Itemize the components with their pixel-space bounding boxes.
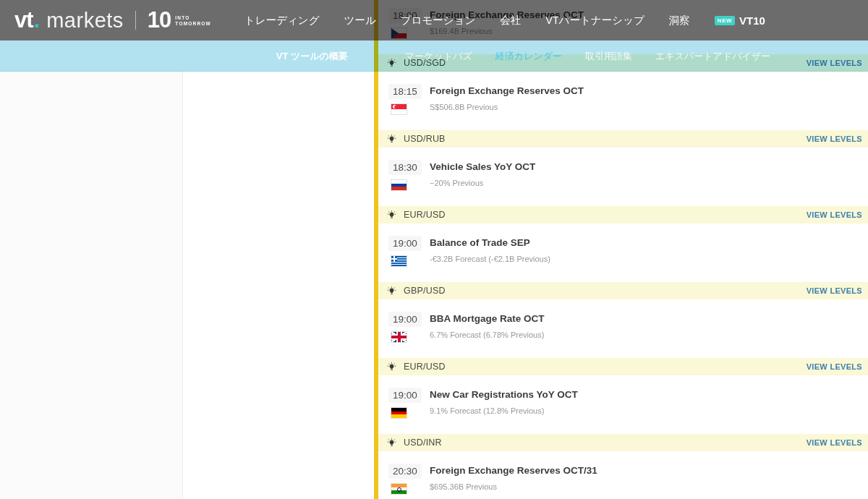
nav-item-insights[interactable]: 洞察: [669, 14, 690, 27]
tools-overview-label[interactable]: VT ツールの概要: [0, 40, 374, 72]
country-flag: [391, 104, 407, 114]
menu-left-pane: [0, 72, 183, 499]
nav-item-tools[interactable]: ツール: [344, 14, 376, 27]
view-levels-link[interactable]: VIEW LEVELS: [807, 135, 862, 143]
view-levels-link[interactable]: VIEW LEVELS: [807, 286, 862, 295]
event-pair-header: EUR/USD VIEW LEVELS: [378, 206, 868, 223]
event-detail: 9.1% Forecast (12.8% Previous): [430, 406, 578, 415]
country-flag: [391, 256, 407, 266]
view-levels-link[interactable]: VIEW LEVELS: [807, 438, 862, 447]
event-detail: S$506.8B Previous: [430, 103, 584, 111]
event-block: EUR/USD VIEW LEVELS 19:00 Balance of Tra…: [378, 206, 868, 278]
event-block: EUR/USD VIEW LEVELS 19:00 New Car Regist…: [378, 358, 868, 430]
topbar: vt. markets 10 INTO TOMORROW トレーディング ツール…: [0, 0, 868, 40]
event-title: Foreign Exchange Reserves OCT/31: [430, 465, 597, 476]
economic-calendar-widget: VIEW LEVELS 18:00 Foreign Exchange Reser…: [374, 0, 868, 499]
event-block: USD/INR VIEW LEVELS 20:30 Foreign Exchan…: [378, 434, 868, 499]
event-title: Vehicle Sales YoY OCT: [430, 161, 535, 172]
tab-expert-advisors[interactable]: エキスパートアドバイザー: [655, 50, 770, 63]
event-detail: −20% Previous: [430, 179, 535, 187]
vt10-label: VT10: [739, 14, 765, 27]
event-detail: $695.36B Previous: [430, 482, 597, 491]
lightbulb-icon: [387, 438, 396, 448]
event-pair-header: GBP/USD VIEW LEVELS: [378, 282, 868, 299]
country-flag: [391, 180, 407, 190]
event-row[interactable]: 18:30 Vehicle Sales YoY OCT −20% Previou…: [378, 148, 868, 202]
event-title: Foreign Exchange Reserves OCT: [430, 85, 584, 96]
logo-into-tomorrow: INTO TOMORROW: [175, 15, 211, 27]
event-block: USD/RUB VIEW LEVELS 18:30 Vehicle Sales …: [378, 130, 868, 202]
view-levels-link[interactable]: VIEW LEVELS: [807, 362, 862, 371]
view-levels-link[interactable]: VIEW LEVELS: [807, 210, 862, 219]
event-row[interactable]: 19:00 BBA Mortgage Rate OCT 6.7% Forecas…: [378, 299, 868, 354]
event-title: BBA Mortgage Rate OCT: [430, 313, 545, 324]
nav-item-company[interactable]: 会社: [500, 14, 521, 27]
pair-label: USD/INR: [404, 438, 442, 448]
lightbulb-icon: [387, 134, 396, 145]
nav-item-trading[interactable]: トレーディング: [244, 14, 320, 27]
event-time: 19:00: [388, 388, 422, 403]
nav-item-partnership[interactable]: VTパートナーシップ: [545, 14, 644, 27]
pair-label: EUR/USD: [404, 362, 446, 372]
country-flag: [391, 484, 407, 494]
event-pair-header: EUR/USD VIEW LEVELS: [378, 358, 868, 375]
logo-markets-text: markets: [46, 9, 124, 33]
nav-item-vt10[interactable]: NEW VT10: [715, 14, 765, 27]
pair-label: GBP/USD: [404, 286, 446, 296]
lightbulb-icon: [387, 362, 396, 372]
lightbulb-icon: [387, 286, 396, 297]
tools-tabs: マーケットバズ 経済カレンダー 取引用語集 エキスパートアドバイザー: [374, 40, 770, 72]
event-row[interactable]: 20:30 Foreign Exchange Reserves OCT/31 $…: [378, 451, 868, 499]
event-row[interactable]: 18:15 Foreign Exchange Reserves OCT S$50…: [378, 72, 868, 127]
event-time: 19:00: [388, 312, 422, 327]
logo-vt-text: vt: [14, 7, 33, 33]
event-time: 19:00: [388, 236, 422, 251]
event-row[interactable]: 19:00 Balance of Trade SEP -€3.2B Foreca…: [378, 223, 868, 278]
event-time: 20:30: [388, 464, 422, 479]
new-badge: NEW: [715, 16, 735, 25]
event-title: Balance of Trade SEP: [430, 237, 550, 248]
event-time: 18:15: [388, 84, 422, 99]
lightbulb-icon: [387, 210, 396, 221]
tab-trading-glossary[interactable]: 取引用語集: [585, 50, 632, 63]
event-time: 18:30: [388, 160, 422, 175]
main-nav: トレーディング ツール プロモーション 会社 VTパートナーシップ 洞察 NEW…: [244, 0, 765, 40]
logo-divider: [135, 11, 136, 30]
logo-10-anniversary: 10: [148, 7, 171, 33]
pair-label: EUR/USD: [404, 210, 446, 220]
country-flag: [391, 332, 407, 342]
event-pair-header: USD/RUB VIEW LEVELS: [378, 130, 868, 148]
event-detail: -€3.2B Forecast (-€2.1B Previous): [430, 255, 550, 263]
tools-subnav: VT ツールの概要 マーケットバズ 経済カレンダー 取引用語集 エキスパートアド…: [0, 40, 868, 72]
tab-economic-calendar[interactable]: 経済カレンダー: [495, 50, 562, 63]
pair-label: USD/RUB: [404, 134, 446, 144]
vt-markets-logo[interactable]: vt. markets 10 INTO TOMORROW: [14, 7, 211, 33]
logo-teal-dot: .: [34, 7, 41, 33]
event-row[interactable]: 19:00 New Car Registrations YoY OCT 9.1%…: [378, 375, 868, 430]
event-pair-header: USD/INR VIEW LEVELS: [378, 434, 868, 451]
event-block: GBP/USD VIEW LEVELS 19:00 BBA Mortgage R…: [378, 282, 868, 354]
event-detail: 6.7% Forecast (6.78% Previous): [430, 330, 545, 339]
tab-market-buzz[interactable]: マーケットバズ: [405, 50, 472, 63]
nav-item-promotions[interactable]: プロモーション: [401, 14, 476, 27]
event-title: New Car Registrations YoY OCT: [430, 389, 578, 400]
country-flag: [391, 408, 407, 418]
